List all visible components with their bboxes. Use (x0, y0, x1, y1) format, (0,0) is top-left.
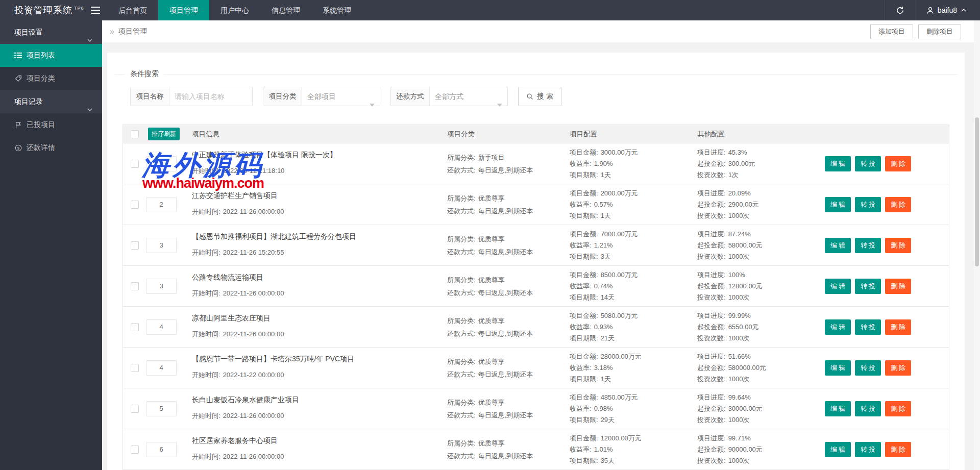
sidebar-item-还款详情[interactable]: $还款详情 (0, 136, 102, 159)
row-checkbox[interactable] (131, 241, 139, 250)
navbar-right: baifu8 (884, 0, 980, 20)
sort-input[interactable] (146, 279, 177, 294)
transfer-button[interactable]: 转投 (855, 279, 881, 294)
project-amount: 7000.00万元 (601, 230, 638, 238)
add-project-button[interactable]: 添加项目 (870, 24, 913, 39)
main-content: 条件搜索 项目名称项目分类全部项目还款方式全部方式搜 索 排序刷新 项目信息 项… (102, 42, 980, 470)
transfer-button[interactable]: 转投 (855, 156, 881, 171)
select-all-checkbox[interactable] (131, 130, 139, 138)
row-checkbox[interactable] (131, 364, 139, 372)
edit-button[interactable]: 编辑 (825, 238, 851, 253)
search-field-2: 还款方式全部方式 (390, 87, 508, 106)
table-row: 凉都山阿里生态农庄项目 开始时间:2022-11-26 00:00:00 所属分… (123, 307, 949, 348)
sidebar-group-0[interactable]: 项目设置 (0, 20, 102, 44)
header-other-config: 其他配置 (687, 130, 815, 139)
sort-input[interactable] (146, 360, 177, 376)
project-name: 长白山麦饭石冷泉水健康产业项目 (192, 395, 437, 405)
edit-button[interactable]: 编辑 (825, 360, 851, 376)
sidebar-group-1[interactable]: 项目记录 (0, 90, 102, 113)
hamburger-icon[interactable] (84, 0, 107, 20)
table-row: 中正建投新手体验项目【体验项目 限投一次】 开始时间:2022-09-12 21… (123, 143, 949, 184)
edit-button[interactable]: 编辑 (825, 197, 851, 212)
row-checkbox[interactable] (131, 405, 139, 413)
project-name-input[interactable] (169, 87, 252, 106)
start-time: 2022-11-26 00:00:00 (223, 412, 284, 419)
project-category: 优质尊享 (478, 194, 505, 202)
delete-button[interactable]: 删除 (885, 401, 911, 416)
field-label: 项目分类 (263, 87, 302, 106)
repay-method: 每日返息,到期还本 (478, 207, 533, 215)
search-button[interactable]: 搜 索 (518, 87, 561, 106)
repay-method: 每日返息,到期还本 (478, 330, 533, 337)
sort-input[interactable] (146, 442, 177, 457)
row-checkbox[interactable] (131, 282, 139, 290)
scrollbar-track[interactable] (974, 20, 980, 470)
delete-button[interactable]: 删除 (885, 238, 911, 253)
row-checkbox[interactable] (131, 201, 139, 209)
sort-input[interactable] (146, 238, 177, 253)
project-name: 中正建投新手体验项目【体验项目 限投一次】 (192, 151, 437, 160)
sort-input[interactable] (146, 319, 177, 335)
project-amount: 4850.00万元 (601, 393, 638, 401)
nav-item-2[interactable]: 用户中心 (209, 0, 260, 20)
search-icon (526, 93, 533, 100)
start-time: 2022-11-26 00:00:00 (223, 208, 284, 215)
nav-item-1[interactable]: 项目管理 (158, 0, 209, 20)
user-menu[interactable]: baifu8 (916, 0, 980, 20)
row-checkbox[interactable] (131, 323, 139, 331)
edit-button[interactable]: 编辑 (825, 319, 851, 335)
edit-button[interactable]: 编辑 (825, 401, 851, 416)
start-time: 2022-11-26 00:00:00 (223, 453, 284, 460)
project-term: 1天 (601, 375, 611, 383)
project-amount: 8500.00万元 (601, 271, 638, 279)
edit-button[interactable]: 编辑 (825, 442, 851, 457)
edit-button[interactable]: 编辑 (825, 279, 851, 294)
row-checkbox[interactable] (131, 160, 139, 168)
field-label: 还款方式 (391, 87, 430, 106)
select-1[interactable]: 全部项目 (302, 87, 380, 106)
delete-button[interactable]: 删除 (885, 156, 911, 171)
delete-button[interactable]: 删除 (885, 319, 911, 335)
transfer-button[interactable]: 转投 (855, 319, 881, 335)
row-checkbox[interactable] (131, 446, 139, 454)
repay-method: 每日返息,到期还本 (478, 248, 533, 256)
edit-button[interactable]: 编辑 (825, 156, 851, 171)
transfer-button[interactable]: 转投 (855, 238, 881, 253)
transfer-button[interactable]: 转投 (855, 442, 881, 457)
transfer-button[interactable]: 转投 (855, 360, 881, 376)
sort-input[interactable] (146, 401, 177, 416)
project-term: 35天 (601, 457, 615, 464)
username: baifu8 (938, 6, 957, 14)
nav-item-0[interactable]: 后台首页 (107, 0, 158, 20)
header-project-info: 项目信息 (184, 130, 437, 139)
refresh-icon[interactable] (884, 0, 916, 20)
min-invest: 2900.00元 (728, 201, 759, 208)
scrollbar-thumb[interactable] (975, 117, 979, 266)
min-invest: 58000.00元 (728, 241, 763, 249)
start-time: 2022-11-26 15:20:55 (223, 249, 284, 256)
select-2[interactable]: 全部方式 (430, 87, 507, 106)
transfer-button[interactable]: 转投 (855, 197, 881, 212)
repay-method: 每日返息,到期还本 (478, 370, 533, 378)
sort-refresh-button[interactable]: 排序刷新 (148, 128, 180, 140)
sort-input[interactable] (146, 197, 177, 212)
invest-count: 1000次 (728, 253, 750, 260)
start-time: 2022-09-12 21:18:10 (223, 167, 285, 175)
project-term: 1天 (601, 212, 611, 219)
delete-button[interactable]: 删除 (885, 442, 911, 457)
delete-button[interactable]: 删除 (885, 360, 911, 376)
table-row: 【感恩节加推福利项目】湖北建筑工程劳务分包项目 开始时间:2022-11-26 … (123, 225, 949, 266)
delete-project-button[interactable]: 删除项目 (918, 24, 961, 39)
sort-input[interactable] (146, 156, 177, 171)
nav-item-3[interactable]: 信息管理 (260, 0, 311, 20)
yield-rate: 1.90% (594, 160, 613, 167)
min-invest: 30000.00元 (728, 405, 763, 412)
delete-button[interactable]: 删除 (885, 279, 911, 294)
transfer-button[interactable]: 转投 (855, 401, 881, 416)
table-row: 社区居家养老服务中心项目 开始时间:2022-11-26 00:00:00 所属… (123, 429, 949, 470)
delete-button[interactable]: 删除 (885, 197, 911, 212)
nav-item-4[interactable]: 系统管理 (311, 0, 362, 20)
repay-method: 每日返息,到期还本 (478, 166, 533, 174)
project-category: 优质尊享 (478, 439, 505, 447)
sidebar-item-项目分类[interactable]: 项目分类 (0, 67, 102, 90)
